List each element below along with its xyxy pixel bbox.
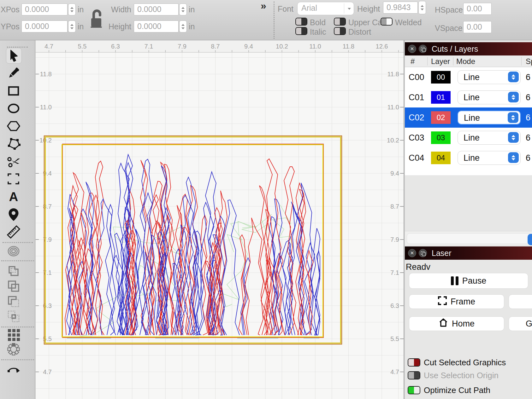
svg-text:7.9: 7.9 (178, 43, 186, 50)
select-tool[interactable] (6, 48, 22, 64)
laser-status: Readv (406, 262, 430, 272)
mode-stepper-icon[interactable] (508, 112, 518, 123)
canvas-workspace[interactable]: 4.75.56.37.17.98.79.410.211.011.812.611.… (35, 40, 404, 399)
layer-row-C02[interactable]: C0202Line6 (405, 107, 532, 128)
layer-name: C03 (409, 133, 424, 143)
distort-toggle[interactable] (334, 27, 346, 35)
laser-toggles: Cut Selected GraphicsUse Selection Origi… (405, 354, 532, 399)
weld-tool[interactable] (6, 263, 21, 279)
lock-ratio-icon[interactable] (89, 9, 103, 30)
position-laser-tool[interactable] (6, 207, 21, 222)
layer-mode-value: Line (464, 153, 480, 163)
ypos-stepper[interactable] (68, 20, 76, 32)
radial-array-tool[interactable] (6, 342, 21, 357)
layer-color-swatch[interactable]: 04 (431, 152, 451, 164)
measure-tool[interactable] (6, 224, 21, 240)
layer-mode-dropdown[interactable]: Line (458, 131, 521, 145)
home-button[interactable]: Home (409, 316, 504, 331)
layers-footer-partial-button[interactable] (528, 234, 532, 245)
tool-group-separator (3, 242, 33, 243)
svg-text:4.7: 4.7 (43, 368, 52, 375)
layer-mode-dropdown[interactable]: Line (458, 111, 521, 124)
boolean-intersection-tool[interactable] (6, 309, 21, 324)
layer-name: C00 (409, 72, 424, 82)
frame-select-tool[interactable] (6, 171, 21, 187)
layer-color-swatch[interactable]: 00 (431, 71, 451, 84)
vspace-field[interactable]: 0.00 (463, 21, 492, 33)
app-window: XPos 0.0000 in YPos 0.0000 in Width 0.00… (0, 0, 532, 399)
mode-stepper-icon[interactable] (508, 92, 519, 102)
mode-stepper-icon[interactable] (508, 132, 519, 143)
text-height-field[interactable]: 0.9843 (383, 2, 418, 14)
svg-text:7.9: 7.9 (390, 236, 399, 243)
boolean-difference-tool[interactable] (6, 294, 21, 309)
hspace-field[interactable]: 0.00 (463, 3, 492, 15)
pause-button[interactable]: Pause (409, 273, 528, 289)
create-text-tool[interactable]: A (6, 189, 21, 204)
use-selection-origin-row: Use Selection Origin (408, 371, 532, 380)
grid-array-tool[interactable] (6, 327, 21, 342)
layer-color-swatch[interactable]: 02 (431, 111, 451, 124)
toolbar-separator (274, 2, 275, 39)
layer-row-C03[interactable]: C0303Line6 (405, 128, 532, 148)
mode-stepper-icon[interactable] (508, 152, 519, 163)
polygon-tool[interactable] (6, 119, 21, 134)
boolean-union-tool[interactable] (6, 279, 21, 294)
frame-select-icon (7, 172, 21, 186)
layer-mode-dropdown[interactable]: Line (458, 151, 521, 165)
start-point-tool[interactable] (6, 366, 21, 381)
laser-titlebar[interactable]: ✕ Laser (405, 246, 532, 260)
edit-nodes-tool[interactable] (6, 136, 21, 151)
height-field[interactable]: 0.0000 (134, 20, 179, 32)
width-stepper[interactable] (179, 3, 187, 15)
toolbar-overflow-chevron[interactable]: » (261, 0, 265, 12)
xpos-field[interactable]: 0.0000 (21, 3, 68, 15)
close-icon[interactable]: ✕ (408, 249, 416, 257)
bold-toggle[interactable] (295, 18, 307, 26)
layer-mode-dropdown[interactable]: Line (458, 70, 521, 84)
optimize-cut-path-toggle[interactable] (408, 386, 420, 394)
layer-row-C00[interactable]: C0000Line6 (405, 67, 532, 87)
width-field[interactable]: 0.0000 (134, 3, 179, 15)
tool-palette: A (0, 40, 35, 399)
frame-button[interactable]: Frame (409, 294, 504, 309)
ellipse-tool[interactable] (6, 101, 21, 116)
ypos-field[interactable]: 0.0000 (21, 20, 68, 32)
frame-secondary-button-partial[interactable] (509, 294, 532, 309)
upper-case-toggle[interactable] (334, 18, 346, 26)
welded-toggle[interactable] (381, 18, 393, 26)
close-icon[interactable]: ✕ (408, 45, 416, 53)
undock-icon[interactable] (419, 45, 427, 53)
width-label: Width (107, 4, 131, 15)
xpos-stepper[interactable] (68, 3, 76, 15)
layer-row-C01[interactable]: C0101Line6 (405, 87, 532, 107)
svg-text:11.8: 11.8 (40, 71, 52, 78)
start-point-icon (7, 367, 21, 380)
mode-stepper-icon[interactable] (508, 72, 519, 82)
italic-toggle[interactable] (295, 27, 307, 35)
layer-color-swatch[interactable]: 01 (431, 91, 451, 104)
height-stepper[interactable] (179, 20, 187, 32)
offset-tool[interactable] (6, 244, 21, 259)
layer-mode-dropdown[interactable]: Line (458, 90, 521, 104)
draw-lines-tool[interactable] (6, 66, 21, 81)
use-selection-origin-toggle[interactable] (408, 371, 420, 379)
font-dropdown-arrow-icon[interactable] (348, 8, 351, 10)
snip-tool[interactable] (6, 154, 21, 169)
layer-name: C02 (409, 113, 424, 123)
undock-icon[interactable] (419, 249, 427, 257)
svg-text:9.4: 9.4 (244, 43, 253, 50)
text-height-stepper[interactable] (418, 1, 426, 14)
tool-group-separator (7, 47, 28, 48)
svg-text:10.2: 10.2 (387, 137, 399, 144)
boolean-union-icon (7, 279, 21, 293)
rectangle-tool[interactable] (6, 83, 21, 98)
font-dropdown[interactable]: Arial (297, 2, 354, 15)
cuts-layers-titlebar[interactable]: ✕ Cuts / Layers (405, 42, 532, 55)
layer-color-swatch[interactable]: 03 (431, 131, 451, 144)
layers-header-row: # Layer Mode Spd/Pwr (405, 55, 532, 67)
cut-selected-graphics-toggle[interactable] (408, 358, 420, 367)
layer-row-C04[interactable]: C0404Line6 (405, 148, 532, 168)
distort-label: Distort (348, 26, 371, 38)
go-button-partial[interactable]: Go (509, 316, 532, 331)
